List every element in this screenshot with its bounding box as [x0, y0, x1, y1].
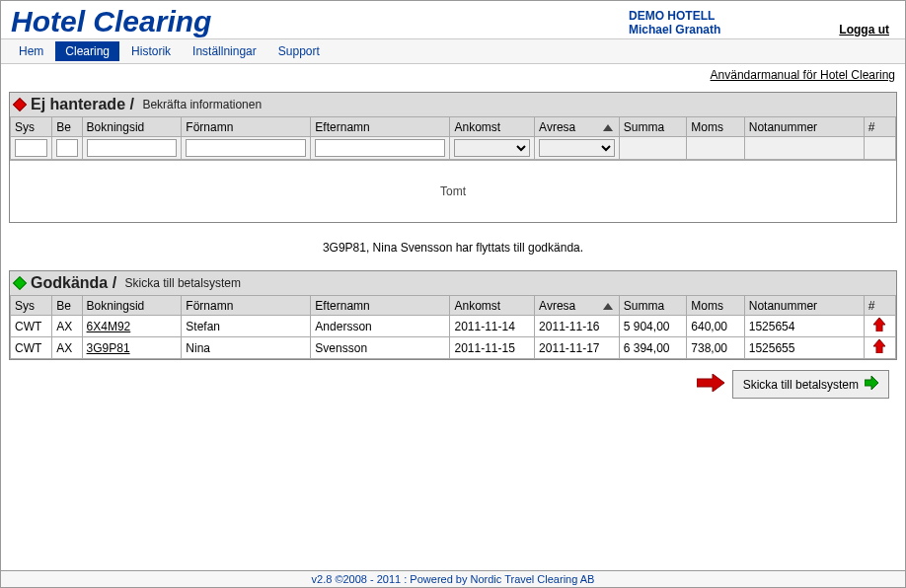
filter-ankomst[interactable] [454, 139, 530, 157]
section-subtitle: Skicka till betalsystem [125, 276, 241, 290]
col-header[interactable]: Moms [687, 117, 744, 137]
cell-first: Nina [182, 337, 311, 359]
nav-item-historik[interactable]: Historik [121, 41, 181, 61]
table-row: CWTAX3G9P81NinaSvensson2011-11-152011-11… [11, 337, 896, 359]
nav-item-clearing[interactable]: Clearing [55, 41, 119, 61]
col-header[interactable]: Ankomst [450, 296, 535, 316]
nav-item-hem[interactable]: Hem [9, 41, 53, 61]
cell-be: AX [52, 337, 82, 359]
cell-sys: CWT [11, 337, 52, 359]
booking-id-link[interactable]: 6X4M92 [87, 320, 131, 333]
cell-sum: 6 394,00 [619, 337, 687, 359]
diamond-green-icon [13, 276, 27, 290]
cell-moms: 640,00 [687, 316, 744, 337]
svg-marker-0 [873, 318, 885, 331]
col-header[interactable]: Summa [619, 296, 687, 316]
filter-sys[interactable] [15, 139, 47, 157]
svg-marker-1 [873, 339, 885, 353]
manual-link[interactable]: Användarmanual för Hotel Clearing [1, 64, 905, 86]
cell-nota: 1525654 [744, 316, 864, 337]
section-title-bar: Godkända / Skicka till betalsystem [10, 271, 896, 295]
col-header[interactable]: Sys [11, 117, 52, 137]
col-header[interactable]: Notanummer [744, 117, 864, 137]
col-header[interactable]: Bokningsid [82, 296, 182, 316]
cell-avr: 2011-11-17 [535, 337, 620, 359]
cell-first: Stefan [182, 316, 311, 337]
nav-item-inställningar[interactable]: Inställningar [183, 41, 266, 61]
cell-book[interactable]: 6X4M92 [82, 316, 182, 337]
filter-avresa[interactable] [539, 139, 615, 157]
col-header[interactable]: Notanummer [744, 296, 864, 316]
app-title: Hotel Clearing [11, 5, 629, 38]
col-header[interactable]: Efternamn [311, 296, 450, 316]
header: Hotel Clearing DEMO HOTELL Michael Grana… [1, 1, 905, 38]
cell-moms: 738,00 [687, 337, 744, 359]
cell-last: Svensson [311, 337, 450, 359]
red-arrow-icon [697, 374, 724, 395]
nav-bar: HemClearingHistorikInställningarSupport [1, 38, 905, 64]
up-arrow-icon[interactable] [873, 339, 885, 356]
cell-ank: 2011-11-14 [450, 316, 535, 337]
section-title-bar: Ej hanterade / Bekräfta informationen [10, 93, 896, 116]
green-arrow-icon [865, 376, 878, 393]
button-label: Skicka till betalsystem [743, 378, 859, 392]
svg-marker-2 [697, 374, 724, 392]
diamond-red-icon [13, 98, 27, 111]
filter-book[interactable] [87, 139, 178, 157]
status-message: 3G9P81, Nina Svensson har flyttats till … [1, 223, 905, 264]
col-header[interactable]: Bokningsid [82, 117, 182, 137]
cell-book[interactable]: 3G9P81 [82, 337, 182, 359]
svg-marker-3 [865, 376, 878, 390]
nav-item-support[interactable]: Support [268, 41, 330, 61]
col-header[interactable]: Förnamn [182, 296, 311, 316]
col-header[interactable]: # [864, 296, 895, 316]
user-name[interactable]: Michael Granath [629, 23, 720, 37]
filter-row [11, 137, 896, 160]
col-header[interactable]: Efternamn [311, 117, 450, 137]
section-title: Godkända [31, 274, 108, 292]
section-godkanda: Godkända / Skicka till betalsystem SysBe… [9, 270, 897, 360]
cell-avr: 2011-11-16 [535, 316, 620, 337]
cell-ank: 2011-11-15 [450, 337, 535, 359]
col-header[interactable]: Sys [11, 296, 52, 316]
booking-id-link[interactable]: 3G9P81 [87, 341, 130, 355]
table-row: CWTAX6X4M92StefanAndersson2011-11-142011… [11, 316, 896, 337]
cell-last: Andersson [311, 316, 450, 337]
filter-be[interactable] [56, 139, 77, 157]
cell-be: AX [52, 316, 82, 337]
cell-nota: 1525655 [744, 337, 864, 359]
section-subtitle: Bekräfta informationen [142, 98, 262, 111]
filter-first[interactable] [186, 139, 306, 157]
col-header[interactable]: # [864, 117, 895, 137]
cell-action[interactable] [864, 337, 895, 359]
cell-action[interactable] [864, 316, 895, 337]
cell-sum: 5 904,00 [619, 316, 687, 337]
col-header[interactable]: Ankomst [450, 117, 535, 137]
col-header[interactable]: Be [52, 117, 82, 137]
footer: v2.8 ©2008 - 2011 : Powered by Nordic Tr… [1, 570, 905, 587]
send-to-payment-button[interactable]: Skicka till betalsystem [732, 370, 889, 399]
up-arrow-icon[interactable] [873, 318, 885, 334]
logout-link[interactable]: Logga ut [839, 23, 889, 37]
col-header[interactable]: Moms [687, 296, 744, 316]
empty-message: Tomt [10, 160, 896, 222]
action-row: Skicka till betalsystem [1, 360, 905, 408]
col-header[interactable]: Summa [619, 117, 687, 137]
section-ej-hanterade: Ej hanterade / Bekräfta informationen Sy… [9, 92, 897, 223]
col-header[interactable]: Avresa [535, 296, 620, 316]
cell-sys: CWT [11, 316, 52, 337]
col-header[interactable]: Be [52, 296, 82, 316]
filter-last[interactable] [315, 139, 445, 157]
hotel-name[interactable]: DEMO HOTELL [629, 9, 893, 23]
col-header[interactable]: Avresa [535, 117, 620, 137]
col-header[interactable]: Förnamn [182, 117, 311, 137]
section-title: Ej hanterade [31, 96, 125, 113]
